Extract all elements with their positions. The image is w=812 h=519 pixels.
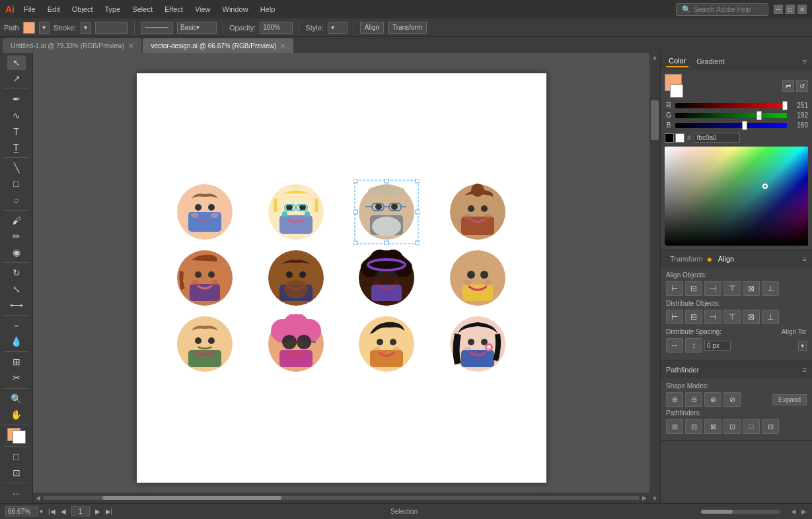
pf-crop-btn[interactable]: ⊡ (723, 419, 741, 434)
tool-pencil[interactable]: ✏ (7, 229, 26, 244)
toolbar-transform-btn[interactable]: Transform (388, 22, 427, 34)
slider-b-track[interactable] (675, 123, 787, 128)
tool-pen[interactable]: ✒ (7, 92, 26, 106)
align-left-btn[interactable]: ⊢ (666, 281, 683, 296)
face-wrapper-12[interactable] (435, 314, 520, 374)
pf-divide-btn[interactable]: ⊞ (666, 419, 683, 434)
tool-screen-mode[interactable]: ⊡ (7, 466, 26, 480)
bottom-slider-thumb[interactable] (701, 510, 733, 514)
scrollbar-vertical[interactable]: ▲ ▼ (649, 53, 660, 503)
face-3-selected[interactable] (353, 179, 420, 245)
bottom-slider[interactable] (701, 510, 780, 514)
face-wrapper-9[interactable] (163, 314, 248, 374)
color-background-swatch[interactable] (670, 85, 683, 98)
page-input[interactable] (71, 506, 90, 516)
restore-button[interactable]: □ (786, 5, 795, 14)
tool-rotate[interactable]: ↻ (7, 265, 26, 280)
scrollbar-horizontal[interactable]: ◀ ▶ (33, 493, 649, 503)
toolbar-style-picker[interactable]: ▾ (328, 22, 348, 34)
face-wrapper-3[interactable] (345, 182, 429, 242)
align-center-v-btn[interactable]: ⊠ (743, 281, 760, 296)
slider-r-thumb[interactable] (782, 101, 788, 110)
tool-scissors[interactable]: ✂ (7, 370, 26, 385)
tab-vector[interactable]: vector-design.ai @ 66.67% (RGB/Preview) … (143, 38, 293, 53)
slider-g-thumb[interactable] (757, 111, 762, 120)
tool-warp[interactable]: ⌣ (7, 318, 26, 333)
align-right-btn[interactable]: ⊣ (704, 281, 721, 296)
pf-expand-btn[interactable]: Expand (772, 394, 807, 405)
dist-top-btn[interactable]: ⊤ (723, 310, 741, 324)
toolbar-fill-dropdown[interactable]: ▾ (39, 22, 50, 34)
menu-window[interactable]: Window (217, 4, 254, 15)
face-wrapper-2[interactable] (254, 182, 338, 242)
tool-select[interactable]: ↖ (7, 55, 26, 70)
tab-align[interactable]: Align (714, 255, 738, 263)
tool-zoom[interactable]: 🔍 (7, 391, 26, 405)
face-5[interactable] (175, 248, 235, 308)
menu-select[interactable]: Select (127, 4, 158, 15)
tool-eyedropper[interactable]: 💧 (7, 334, 26, 349)
menu-effect[interactable]: Effect (159, 4, 188, 15)
align-top-btn[interactable]: ⊤ (723, 281, 741, 296)
dist-bottom-btn[interactable]: ⊥ (762, 310, 779, 324)
slider-b-thumb[interactable] (742, 121, 747, 130)
pf-trim-btn[interactable]: ⊟ (685, 419, 702, 434)
tab-untitled[interactable]: Untitled-1.ai @ 79.33% (RGB/Preview) ✕ (3, 38, 141, 53)
dist-center-v-btn[interactable]: ⊠ (743, 310, 760, 324)
color-spectrum[interactable] (665, 147, 808, 246)
canvas-white[interactable] (137, 73, 546, 483)
tool-ellipse[interactable]: ○ (7, 193, 26, 207)
face-wrapper-7[interactable] (345, 248, 429, 308)
face-8[interactable] (448, 248, 507, 308)
face-wrapper-10[interactable] (254, 314, 338, 374)
face-2[interactable] (266, 182, 326, 242)
tool-colors[interactable] (7, 428, 26, 444)
pf-exclude-btn[interactable]: ⊘ (723, 392, 741, 407)
zoom-dropdown-arrow[interactable]: ▾ (40, 508, 43, 515)
pf-merge-btn[interactable]: ⊠ (704, 419, 721, 434)
tool-paintbrush[interactable]: 🖌 (7, 213, 26, 228)
align-bottom-btn[interactable]: ⊥ (762, 281, 779, 296)
zoom-input[interactable] (5, 506, 38, 516)
tool-background-color[interactable] (13, 431, 26, 444)
face-wrapper-4[interactable] (435, 182, 520, 242)
face-wrapper-1[interactable] (163, 182, 248, 242)
tab-transform[interactable]: Transform (666, 255, 707, 263)
pf-outline-btn[interactable]: □ (743, 419, 760, 434)
face-4[interactable] (448, 182, 507, 242)
nav-next[interactable]: ▶ (95, 508, 100, 515)
toolbar-opacity-value[interactable]: 100% (260, 22, 293, 34)
face-11[interactable] (357, 314, 416, 374)
face-6[interactable] (266, 248, 326, 308)
tool-blend[interactable]: ⊞ (7, 355, 26, 369)
tab-gradient[interactable]: Gradient (694, 56, 727, 67)
menu-file[interactable]: File (18, 4, 41, 15)
pf-minusback-btn[interactable]: ⊟ (762, 419, 779, 434)
toolbar-stroke-dropdown[interactable]: ▾ (81, 22, 91, 34)
toolbar-stroke-width[interactable] (95, 22, 128, 34)
nav-next-next[interactable]: ▶| (106, 508, 113, 515)
tool-line[interactable]: ╲ (7, 160, 26, 175)
pathfinder-menu-icon[interactable]: ≡ (803, 366, 807, 374)
hex-swatch-white[interactable] (675, 133, 684, 143)
tool-direct-select[interactable]: ↗ (7, 71, 26, 86)
tool-hand[interactable]: ✋ (7, 407, 26, 422)
menu-type[interactable]: Type (100, 4, 126, 15)
dist-sp-h-btn[interactable]: ↔ (666, 338, 683, 353)
face-wrapper-8[interactable] (435, 248, 520, 308)
face-wrapper-11[interactable] (345, 314, 429, 374)
tool-blob[interactable]: ◉ (7, 245, 26, 260)
pf-minus-btn[interactable]: ⊖ (685, 392, 702, 407)
color-swap-icon[interactable]: ⇄ (782, 80, 794, 92)
face-9[interactable] (175, 314, 235, 374)
menu-edit[interactable]: Edit (42, 4, 65, 15)
slider-g-track[interactable] (675, 113, 787, 118)
face-1[interactable] (175, 182, 235, 242)
tab-untitled-close[interactable]: ✕ (128, 42, 133, 50)
toolbar-fill-swatch[interactable] (23, 22, 35, 34)
pf-intersect-btn[interactable]: ⊗ (704, 392, 721, 407)
nav-next-icon-sm[interactable]: ▶ (801, 508, 807, 515)
color-reset-icon[interactable]: ↺ (796, 80, 808, 92)
tool-type[interactable]: T (7, 124, 26, 139)
dist-center-h-btn[interactable]: ⊟ (685, 310, 702, 324)
